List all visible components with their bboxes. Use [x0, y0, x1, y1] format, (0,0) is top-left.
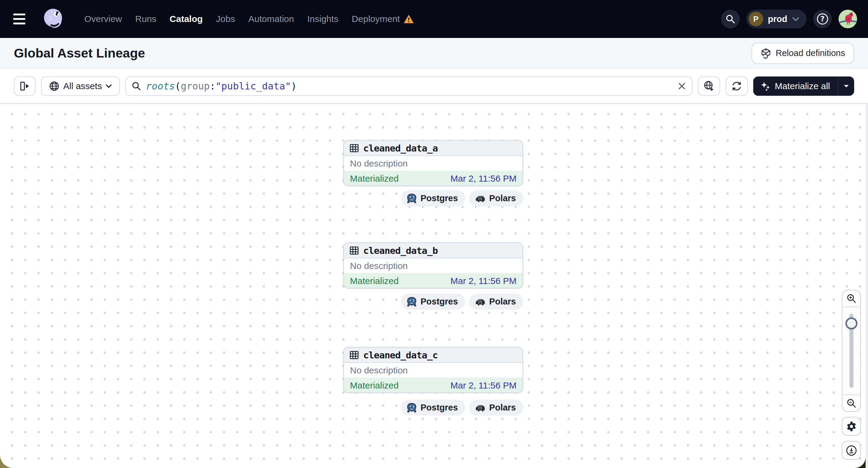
tag-label: Postgres: [421, 403, 458, 413]
asset-status: Materialized: [350, 380, 399, 391]
zoom-slider-handle[interactable]: [845, 317, 858, 330]
environment-switcher[interactable]: P prod: [746, 10, 807, 28]
page-title: Global Asset Lineage: [14, 46, 145, 61]
nav-item-overview[interactable]: Overview: [84, 14, 122, 24]
asset-name: cleaned_data_b: [363, 245, 438, 256]
asset-node-cleaned-data-a[interactable]: cleaned_data_a No description Materializ…: [343, 140, 523, 186]
asset-node-cleaned-data-c[interactable]: cleaned_data_c No description Materializ…: [343, 347, 523, 393]
asset-description: No description: [344, 156, 523, 171]
tag-label: Polars: [489, 297, 516, 307]
materialize-all-button[interactable]: Materialize all: [753, 76, 838, 96]
open-sidebar-panel-button[interactable]: [14, 76, 35, 96]
asset-node-cleaned-data-b[interactable]: cleaned_data_b No description Materializ…: [343, 243, 523, 288]
nav-item-jobs[interactable]: Jobs: [216, 14, 235, 24]
asset-selection-input[interactable]: roots(group:"public_data"): [125, 76, 692, 96]
hamburger-menu-icon[interactable]: [11, 10, 29, 28]
tag-label: Postgres: [421, 193, 458, 203]
svg-text:?: ?: [820, 15, 825, 23]
search-icon[interactable]: [721, 10, 740, 28]
user-avatar[interactable]: [838, 10, 857, 28]
nav-item-automation[interactable]: Automation: [248, 14, 294, 24]
zoom-in-button[interactable]: [842, 290, 860, 307]
download-graph-button[interactable]: [842, 441, 861, 460]
vertical-scrollbar[interactable]: [866, 104, 868, 468]
nav-right-cluster: P prod ?: [721, 10, 857, 28]
asset-name: cleaned_data_a: [363, 143, 438, 154]
chevron-down-icon: [792, 17, 799, 21]
asset-name: cleaned_data_c: [363, 350, 438, 361]
asset-scope-filter-button[interactable]: All assets: [41, 76, 120, 96]
page-header: Global Asset Lineage Reload definitions: [0, 38, 868, 69]
tag-postgres[interactable]: Postgres: [401, 400, 465, 415]
zoom-slider[interactable]: [842, 307, 860, 395]
tag-postgres[interactable]: Postgres: [401, 190, 465, 206]
nav-links: Overview Runs Catalog Jobs Automation In…: [84, 14, 414, 24]
query-text: roots(group:"public_data"): [146, 81, 673, 92]
asset-status: Materialized: [350, 276, 399, 286]
polars-icon: [475, 194, 486, 203]
top-nav-bar: Overview Runs Catalog Jobs Automation In…: [0, 0, 868, 38]
asset-timestamp[interactable]: Mar 2, 11:56 PM: [450, 380, 517, 391]
polars-icon: [475, 404, 486, 412]
tag-polars[interactable]: Polars: [469, 293, 523, 310]
tag-label: Polars: [489, 403, 516, 413]
asset-status: Materialized: [350, 174, 399, 184]
globe-plus-icon: [703, 81, 715, 92]
panel-expand-icon: [19, 81, 30, 92]
globe-icon: [49, 81, 60, 92]
help-icon[interactable]: ?: [813, 10, 832, 28]
nav-item-insights[interactable]: Insights: [307, 14, 338, 24]
asset-tags-row: Postgres Polars: [343, 190, 523, 206]
nav-item-deployment[interactable]: Deployment: [352, 14, 414, 24]
asset-tags-row: Postgres Polars: [343, 293, 523, 310]
reload-definitions-button[interactable]: Reload definitions: [751, 43, 854, 64]
tag-polars[interactable]: Polars: [469, 190, 523, 206]
graph-settings-button[interactable]: [842, 417, 861, 436]
clear-query-icon[interactable]: [678, 82, 686, 90]
table-icon: [349, 143, 359, 153]
materialize-options-button[interactable]: [838, 76, 854, 96]
table-icon: [349, 246, 359, 255]
nav-item-catalog[interactable]: Catalog: [169, 14, 203, 24]
download-icon: [846, 445, 857, 456]
lineage-toolbar: All assets roots(group:"public_data") Ma…: [0, 69, 868, 104]
nav-item-runs[interactable]: Runs: [135, 14, 156, 24]
polars-icon: [475, 298, 486, 306]
environment-initial-badge: P: [749, 12, 763, 26]
asset-timestamp[interactable]: Mar 2, 11:56 PM: [450, 276, 517, 286]
postgres-icon: [407, 403, 417, 413]
postgres-icon: [407, 297, 417, 307]
caret-down-icon: [843, 84, 849, 88]
chevron-down-icon: [105, 84, 112, 88]
refresh-graph-button[interactable]: [725, 76, 748, 96]
asset-timestamp[interactable]: Mar 2, 11:56 PM: [450, 174, 517, 184]
asset-tags-row: Postgres Polars: [343, 400, 523, 415]
table-icon: [349, 350, 359, 360]
deployment-warning-icon: [404, 14, 414, 24]
tag-polars[interactable]: Polars: [469, 400, 523, 415]
asset-description: No description: [344, 258, 523, 273]
gear-icon: [846, 421, 857, 432]
zoom-out-button[interactable]: [842, 395, 860, 411]
zoom-controls: [842, 290, 861, 412]
tag-postgres[interactable]: Postgres: [401, 293, 465, 310]
postgres-icon: [407, 193, 417, 204]
search-icon: [132, 82, 141, 91]
filter-presets-button[interactable]: [698, 76, 720, 96]
sparkles-icon: [760, 81, 771, 92]
dagster-logo[interactable]: [42, 7, 65, 30]
materialize-all-split-button: Materialize all: [753, 76, 854, 96]
refresh-icon: [731, 81, 742, 92]
environment-name: prod: [768, 14, 787, 24]
tag-label: Polars: [489, 193, 516, 203]
package-reload-icon: [761, 48, 771, 59]
asset-description: No description: [344, 363, 523, 378]
tag-label: Postgres: [421, 297, 458, 307]
lineage-graph-canvas[interactable]: cleaned_data_a No description Materializ…: [0, 104, 866, 468]
